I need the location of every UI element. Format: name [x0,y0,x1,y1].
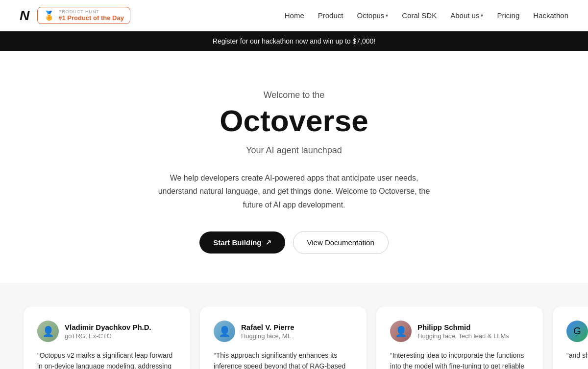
hero-description: We help developers create AI-powered app… [157,171,431,211]
view-documentation-button[interactable]: View Documentation [293,231,389,254]
avatar-icon: 👤 [395,325,407,337]
testimonial-header: 👤 Philipp Schmid Hugging face, Tech lead… [390,321,529,342]
ph-top-label: PRODUCT HUNT [58,9,124,14]
ph-main-label: #1 Product of the Day [58,14,124,22]
reviewer-role: goTRG, Ex-CTO [65,332,151,340]
testimonial-card: G Google “and should create sol [553,307,588,369]
navbar: N 🏅 PRODUCT HUNT #1 Product of the Day H… [0,0,588,31]
start-building-label: Start Building [213,238,261,247]
testimonial-text: “This approach significantly enhances it… [214,350,353,369]
hero-subtitle: Welcome to the [83,90,505,100]
nav-home[interactable]: Home [285,11,304,20]
reviewer-role: Hugging face, Tech lead & LLMs [417,332,509,340]
external-link-icon: ↗ [266,238,271,246]
avatar: 👤 [390,321,412,342]
testimonial-header: 👤 Rafael V. Pierre Hugging face, ML [214,321,353,342]
testimonial-text: “and should create sol [566,350,588,361]
hero-tagline: Your AI agent launchpad [83,145,505,156]
testimonial-text: “Octopus v2 marks a significant leap for… [37,350,176,369]
testimonial-header: 👤 Vladimir Dyachkov Ph.D. goTRG, Ex-CTO [37,321,176,342]
avatar-icon: 👤 [42,325,54,337]
hero-title: Octoverse [83,104,505,138]
nav-hackathon[interactable]: Hackathon [533,11,568,20]
product-hunt-badge[interactable]: 🏅 PRODUCT HUNT #1 Product of the Day [37,7,130,24]
reviewer-name: Rafael V. Pierre [241,323,294,331]
reviewer-name: Vladimir Dyachkov Ph.D. [65,323,151,331]
avatar-icon: 👤 [219,325,231,337]
testimonial-header: G Google [566,321,588,342]
banner-text: Register for our hackathon now and win u… [213,37,375,45]
nav-pricing[interactable]: Pricing [497,11,519,20]
nav-about-us[interactable]: About us ▾ [450,11,483,20]
navbar-left: N 🏅 PRODUCT HUNT #1 Product of the Day [20,7,130,24]
avatar: 👤 [37,321,59,342]
nav-product[interactable]: Product [318,11,343,20]
ph-label: PRODUCT HUNT #1 Product of the Day [58,9,124,22]
testimonial-card: 👤 Vladimir Dyachkov Ph.D. goTRG, Ex-CTO … [24,307,190,369]
testimonial-card: 👤 Rafael V. Pierre Hugging face, ML “Thi… [200,307,367,369]
octopus-chevron-icon: ▾ [386,13,388,18]
avatar-icon: G [573,325,581,337]
start-building-button[interactable]: Start Building ↗ [199,231,285,254]
logo[interactable]: N [20,8,28,23]
testimonials-track: 👤 Vladimir Dyachkov Ph.D. goTRG, Ex-CTO … [0,307,588,369]
about-chevron-icon: ▾ [481,13,483,18]
navbar-nav: Home Product Octopus ▾ Coral SDK About u… [285,11,568,20]
hero-buttons: Start Building ↗ View Documentation [83,231,505,254]
testimonial-text: “Interesting idea to incorporate the fun… [390,350,529,369]
nav-octopus[interactable]: Octopus ▾ [357,11,388,20]
medal-icon: 🏅 [44,10,54,21]
avatar: G [566,321,588,342]
reviewer-name: Philipp Schmid [417,323,509,331]
hero-section: Welcome to the Octoverse Your AI agent l… [74,51,514,283]
hackathon-banner[interactable]: Register for our hackathon now and win u… [0,31,588,51]
testimonial-card: 👤 Philipp Schmid Hugging face, Tech lead… [376,307,543,369]
testimonials-section: 👤 Vladimir Dyachkov Ph.D. goTRG, Ex-CTO … [0,283,588,369]
reviewer-role: Hugging face, ML [241,332,294,340]
avatar: 👤 [214,321,235,342]
nav-coral-sdk[interactable]: Coral SDK [402,11,437,20]
